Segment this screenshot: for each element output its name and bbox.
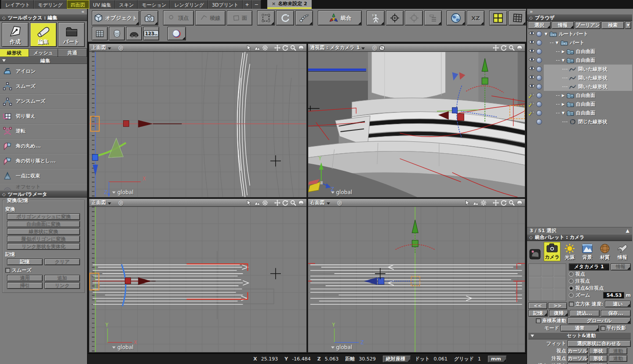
hexagon-shading-icon[interactable] (379, 45, 385, 51)
object-palette-button[interactable] (528, 242, 543, 261)
convert-to-pseudo-polygon-button[interactable]: 擬似ポリゴンに変換 (7, 236, 80, 242)
marquee-select-button[interactable] (257, 11, 275, 25)
coord-space-dropdown[interactable]: グローバル (568, 317, 631, 324)
shading-icon[interactable] (298, 45, 304, 51)
tool-switch[interactable]: 切り替え (0, 109, 87, 124)
save-camera-button[interactable]: 保存... (601, 310, 631, 317)
tree-row-part[interactable]: ▼ パート (527, 38, 632, 47)
magnet-tool-button[interactable] (295, 11, 313, 25)
layout-remove-button[interactable]: − (252, 0, 261, 9)
menu-four-view[interactable]: 四面図 (67, 0, 89, 9)
camera-mode-dropdown[interactable]: 通常 (560, 325, 599, 332)
perspective-canvas[interactable]: Y Z (308, 52, 525, 197)
add-button[interactable]: 追加 (44, 275, 80, 281)
radio-viewpoint-lookat[interactable]: 視点&注視点 (569, 285, 631, 292)
expander-icon[interactable]: ▼ (561, 58, 565, 62)
front-view-canvas[interactable]: Y X (89, 207, 306, 352)
expander-icon[interactable]: ▶ (561, 102, 565, 106)
search-button[interactable]: 検索 (601, 22, 624, 29)
visibility-eye-icon[interactable] (528, 83, 536, 90)
fit-to-selection-button[interactable]: 選択形状に合わせる (568, 340, 631, 347)
tab-info[interactable]: 情報 (614, 242, 631, 261)
apply-button[interactable]: 適用 (7, 275, 43, 281)
tab-material[interactable]: 材質 (597, 242, 613, 261)
camera-next-button[interactable]: >> (548, 303, 567, 309)
viewport-title[interactable]: 右面図 (310, 199, 325, 206)
viewpoint-link-button[interactable]: 連動 (609, 348, 627, 354)
selection-orb-icon[interactable] (536, 66, 542, 72)
view-preset-icon[interactable] (254, 45, 260, 51)
four-view-layout-button[interactable] (489, 11, 507, 25)
selection-orb-icon[interactable] (536, 101, 542, 107)
tree-row-surface[interactable]: ▶ 自由曲面 (527, 47, 632, 56)
memory-camera-button[interactable]: 記憶 (528, 310, 548, 317)
selection-orb-icon[interactable] (536, 49, 542, 54)
smooth-checkbox[interactable] (5, 268, 10, 273)
restore-camera-button[interactable]: 復帰 (549, 310, 568, 317)
radio-viewpoint[interactable]: 視点 (569, 271, 631, 278)
convert-to-polygon-button[interactable]: ポリゴンメッシュに変換 (7, 213, 80, 220)
tree-row-surface[interactable]: ✓ ▶ 自由曲面 (527, 100, 632, 108)
expand-panel-icon[interactable]: » (530, 9, 533, 14)
tree-row-surface[interactable]: ✓ ▶ 自由曲面 (527, 91, 632, 100)
menu-motion[interactable]: モーション (138, 0, 170, 9)
zoom-icon[interactable] (509, 45, 515, 51)
rotate-view-icon[interactable] (501, 200, 507, 206)
vertex-mode-button[interactable]: 頂点 (163, 11, 193, 25)
camera-prev-button[interactable]: << (528, 303, 547, 309)
selection-orb-icon[interactable] (536, 75, 542, 81)
viewpoint-cursor-button[interactable]: カーソル (568, 348, 588, 354)
tab-background[interactable]: 背景 (579, 242, 596, 261)
zoom-icon[interactable] (290, 45, 296, 51)
smooth-checkbox-row[interactable]: スムーズ (5, 267, 82, 274)
tree-row-surface[interactable]: ▼ 自由曲面 (527, 56, 632, 65)
grid-settings-button[interactable] (509, 11, 527, 25)
sphere-material-button[interactable] (167, 27, 186, 40)
tree-row-root-part[interactable]: ▼ ルートパート (527, 29, 632, 38)
tool-unsmooth[interactable]: アンスムーズ (0, 94, 87, 109)
menu-uv-edit[interactable]: UV 編集 (89, 0, 115, 9)
coordinate-space-label[interactable]: global (331, 189, 353, 195)
tree-row-open-line[interactable]: 開いた線形状 (527, 73, 632, 82)
target-disabled-button[interactable] (405, 11, 423, 25)
coordinate-space-label[interactable]: global (112, 344, 134, 350)
boolean-button[interactable]: ブーリアン (575, 22, 600, 29)
zoom-icon[interactable] (509, 200, 515, 206)
numeric-input-button[interactable]: 123.. (143, 27, 159, 40)
radio-icon[interactable] (569, 272, 574, 277)
rotate-view-icon[interactable] (282, 200, 288, 206)
lookat-shape-button[interactable]: 形状 (589, 355, 608, 362)
shading-icon[interactable] (517, 45, 523, 51)
memory-button[interactable]: 記憶 (7, 259, 43, 265)
tab-light[interactable]: 光源 (561, 242, 578, 261)
tree-row-closed-line[interactable]: 閉じた線形状 (527, 117, 632, 126)
pan-icon[interactable] (493, 45, 499, 51)
camera-tool-button[interactable] (141, 11, 159, 25)
tab-mesh[interactable]: メッシュ (29, 49, 58, 57)
pose-tool-button[interactable]: W (367, 11, 385, 25)
radio-selected-icon[interactable] (569, 286, 574, 291)
selection-orb-icon[interactable] (536, 84, 542, 90)
rotate-tool-button[interactable] (276, 11, 294, 25)
tab-line-shape[interactable]: 線形状 (0, 49, 29, 57)
pan-icon[interactable] (493, 200, 499, 206)
menu-3dprint[interactable]: 3Dプリント (208, 0, 243, 9)
tree-row-surface[interactable]: ✓ ▼ 自由曲面 (527, 108, 632, 117)
radio-zoom[interactable]: ズーム 54.53 m (569, 292, 631, 299)
visibility-eye-icon[interactable] (528, 75, 536, 81)
select-mode-icon[interactable] (465, 200, 471, 206)
speed-dropdown[interactable]: 速い (605, 301, 631, 307)
browser-menu-button[interactable]: ▼ (625, 22, 631, 29)
cube-checkbox[interactable] (569, 302, 574, 306)
viewport-title[interactable]: 上面図 (91, 44, 106, 51)
settings-gear-icon[interactable] (262, 200, 268, 206)
selection-orb-icon[interactable] (536, 31, 542, 37)
coord-link-checkbox[interactable] (536, 318, 541, 323)
expander-icon[interactable]: ▼ (561, 111, 565, 115)
convert-to-freeform-button[interactable]: 自由曲面に変換 (7, 221, 80, 227)
expander-icon[interactable]: ▼ (544, 32, 548, 36)
mode-create-button[interactable]: 作成 (2, 22, 29, 47)
document-tab[interactable]: × 名称未設定 2 (267, 0, 312, 9)
tool-smooth[interactable]: スムーズ (0, 79, 87, 94)
selection-orb-icon[interactable] (536, 110, 542, 116)
